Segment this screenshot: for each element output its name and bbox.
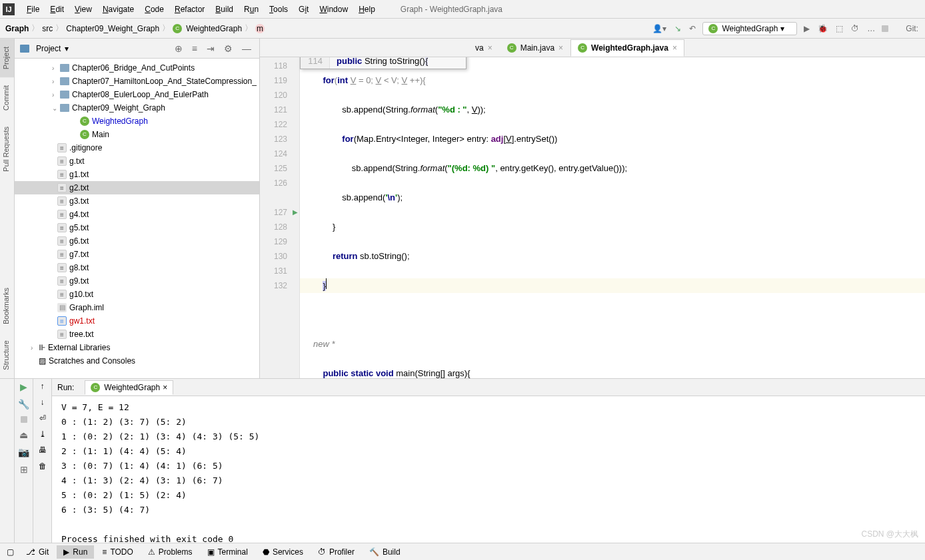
editor-tab-weightedgraph[interactable]: CWeightedGraph.java× <box>570 39 684 57</box>
tree-row[interactable]: ≡g3.txt <box>15 194 259 208</box>
tree-row[interactable]: ⌄Chapter09_Weight_Graph <box>15 101 259 115</box>
wrench-icon[interactable]: 🔧 <box>18 399 29 410</box>
profile-button[interactable]: ⏱ <box>850 23 860 35</box>
hide-icon[interactable]: — <box>239 43 254 54</box>
bottom-todo[interactable]: ≡ TODO <box>95 545 139 559</box>
tool-tab-project[interactable]: Project <box>0 39 14 77</box>
up-icon[interactable]: ↑ <box>41 382 45 391</box>
menu-window[interactable]: Window <box>314 5 353 14</box>
scroll-icon[interactable]: ⤓ <box>39 429 46 439</box>
tree-row[interactable]: ≡g5.txt <box>15 221 259 234</box>
tree-row[interactable]: CMain <box>15 128 259 141</box>
git-label[interactable]: Git: <box>904 23 920 35</box>
tree-row[interactable]: ≡tree.txt <box>15 328 259 341</box>
attach-button[interactable]: … <box>866 23 876 35</box>
menu-edit[interactable]: Edit <box>45 5 69 14</box>
run-tab-active[interactable]: C WeightedGraph × <box>85 380 173 395</box>
tree-row[interactable]: ≡g7.txt <box>15 248 259 261</box>
tree-row[interactable]: ≡g8.txt <box>15 261 259 274</box>
build-icon[interactable]: ↘ <box>673 23 682 35</box>
down-icon[interactable]: ↓ <box>41 398 45 407</box>
close-icon[interactable]: × <box>488 43 492 53</box>
editor-gutter[interactable]: 118119120121122123124125126127▶128129130… <box>260 57 300 378</box>
tree-row[interactable]: ▨Scratches and Consoles <box>15 354 259 368</box>
bottom-profiler[interactable]: ⏱ Profiler <box>311 545 361 559</box>
tree-row[interactable]: ▤Graph.iml <box>15 301 259 314</box>
stop-button[interactable] <box>21 416 27 423</box>
rerun-button[interactable]: ▶ <box>20 382 27 392</box>
bottom-run[interactable]: ▶ Run <box>57 545 94 559</box>
crumb-class[interactable]: WeightedGraph <box>186 24 242 33</box>
bottom-build[interactable]: 🔨 Build <box>363 545 407 559</box>
settings-icon[interactable]: ⚙ <box>221 43 235 54</box>
menu-refactor[interactable]: Refactor <box>169 5 210 14</box>
tree-row[interactable]: ›Chapter08_EulerLoop_And_EulerPath <box>15 88 259 101</box>
tool-tab-commit[interactable]: Commit <box>0 77 14 119</box>
stop-button[interactable] <box>882 25 888 32</box>
tree-row[interactable]: CWeightedGraph <box>15 115 259 128</box>
bottom-services[interactable]: ⬣ Services <box>256 545 310 559</box>
crumb-project[interactable]: Graph <box>5 24 29 33</box>
menu-tools[interactable]: Tools <box>264 5 293 14</box>
menu-help[interactable]: Help <box>353 5 381 14</box>
tree-row[interactable]: ≡gw1.txt <box>15 314 259 328</box>
code-content[interactable]: for(int V = 0; V < V; V ++){ sb.append(S… <box>300 57 925 378</box>
console-output[interactable]: V = 7, E = 12 0 : (1: 2) (3: 7) (5: 2) 1… <box>52 396 925 560</box>
run-button[interactable]: ▶ <box>802 23 811 35</box>
tree-row[interactable]: ≡g.txt <box>15 154 259 168</box>
wrap-icon[interactable]: ⏎ <box>39 414 46 423</box>
method-icon[interactable]: m <box>255 24 265 33</box>
crumb-src[interactable]: src <box>42 24 53 33</box>
tree-row[interactable]: ›⊪External Libraries <box>15 341 259 354</box>
exit-icon[interactable]: ⏏ <box>19 429 28 440</box>
debug-button[interactable]: 🐞 <box>816 23 829 35</box>
tree-row[interactable]: ≡g1.txt <box>15 168 259 181</box>
menu-git[interactable]: Git <box>293 5 314 14</box>
class-icon: C <box>91 383 100 392</box>
menu-view[interactable]: View <box>69 5 97 14</box>
editor-tab-main[interactable]: CMain.java× <box>500 39 570 57</box>
dropdown-icon[interactable]: ▾ <box>65 44 69 53</box>
menu-code[interactable]: Code <box>139 5 169 14</box>
project-tree[interactable]: ›Chapter06_Bridge_And_CutPoints›Chapter0… <box>15 59 259 378</box>
tree-row[interactable]: ≡g10.txt <box>15 288 259 301</box>
back-icon[interactable]: ↶ <box>688 23 697 35</box>
close-icon[interactable]: × <box>672 43 677 53</box>
tree-row[interactable]: ›Chapter07_HamiltonLoop_And_StateCompres… <box>15 75 259 88</box>
menu-navigate[interactable]: Navigate <box>97 5 139 14</box>
bottom-terminal[interactable]: ▣ Terminal <box>201 545 255 559</box>
expand-icon[interactable]: ≡ <box>189 43 200 54</box>
editor-tab-partial[interactable]: va× <box>473 39 500 57</box>
run-config-selector[interactable]: C WeightedGraph ▾ <box>702 22 797 35</box>
collapse-icon[interactable]: ⇥ <box>204 43 217 54</box>
layout-icon[interactable]: ⊞ <box>20 464 28 475</box>
dropdown-icon: ▾ <box>780 24 784 33</box>
bottom-git[interactable]: ⎇ Git <box>19 545 55 559</box>
run-tab-label: WeightedGraph <box>104 383 160 392</box>
close-icon[interactable]: × <box>558 43 563 53</box>
crumb-package[interactable]: Chapter09_Weight_Graph <box>66 24 159 33</box>
tree-row[interactable]: ≡.gitignore <box>15 141 259 154</box>
close-icon[interactable]: × <box>163 383 167 392</box>
user-icon[interactable]: 👤▾ <box>651 23 668 35</box>
editor-body[interactable]: 113@Override 114public String toString()… <box>260 57 925 378</box>
menu-build[interactable]: Build <box>210 5 239 14</box>
dump-icon[interactable]: 📷 <box>18 447 29 457</box>
bottom-problems[interactable]: ⚠ Problems <box>141 545 199 559</box>
toolwindows-icon[interactable]: ▢ <box>3 547 18 557</box>
tool-tab-bookmarks[interactable]: Bookmarks <box>0 280 12 332</box>
menu-file[interactable]: File <box>21 5 45 14</box>
tree-row[interactable]: ≡g4.txt <box>15 208 259 221</box>
tool-tab-pull-requests[interactable]: Pull Requests <box>0 119 14 180</box>
tree-row[interactable]: ≡g2.txt <box>15 181 259 194</box>
tree-row[interactable]: ›Chapter06_Bridge_And_CutPoints <box>15 61 259 75</box>
locate-icon[interactable]: ⊕ <box>172 43 185 54</box>
tree-row[interactable]: ≡g6.txt <box>15 234 259 248</box>
coverage-button[interactable]: ⬚ <box>834 23 844 35</box>
class-icon: C <box>507 43 516 53</box>
menu-run[interactable]: Run <box>239 5 264 14</box>
tree-row[interactable]: ≡g9.txt <box>15 274 259 288</box>
clear-icon[interactable]: 🗑 <box>39 461 47 471</box>
print-icon[interactable]: 🖶 <box>39 445 47 455</box>
tool-tab-structure[interactable]: Structure <box>0 332 12 378</box>
